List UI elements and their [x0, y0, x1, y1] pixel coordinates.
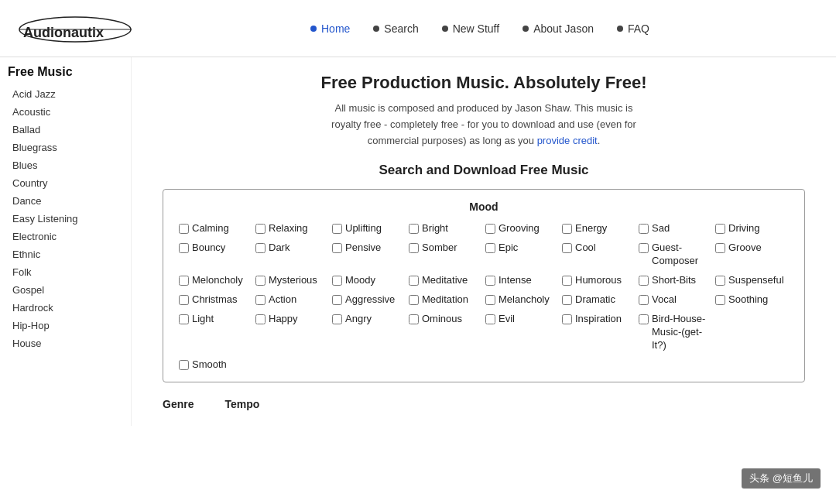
sidebar-link-hip-hop[interactable]: Hip-Hop: [8, 317, 131, 334]
nav-item-faq[interactable]: FAQ: [617, 22, 649, 35]
sidebar-link-ethnic[interactable]: Ethnic: [8, 245, 131, 263]
mood-label[interactable]: Dramatic: [575, 293, 615, 307]
sidebar-link-hardrock[interactable]: Hardrock: [8, 299, 131, 317]
mood-checkbox-meditative[interactable]: [409, 276, 419, 286]
provide-credit-link[interactable]: provide credit: [537, 135, 598, 146]
mood-label[interactable]: Vocal: [652, 293, 677, 307]
sidebar-link-country[interactable]: Country: [8, 174, 131, 192]
mood-checkbox-inspiration[interactable]: [562, 314, 572, 324]
mood-checkbox-epic[interactable]: [485, 243, 495, 253]
mood-label[interactable]: Aggressive: [345, 293, 395, 307]
mood-label[interactable]: Angry: [345, 313, 372, 326]
mood-checkbox-calming[interactable]: [179, 224, 189, 234]
mood-label[interactable]: Relaxing: [269, 222, 308, 235]
mood-checkbox-dark[interactable]: [255, 243, 266, 253]
mood-checkbox-dramatic[interactable]: [562, 295, 572, 305]
mood-label[interactable]: Meloncholy: [192, 274, 243, 287]
mood-label[interactable]: Epic: [499, 242, 518, 255]
sidebar-link-bluegrass[interactable]: Bluegrass: [8, 139, 131, 156]
sidebar-link-dance[interactable]: Dance: [8, 192, 131, 210]
mood-checkbox-bird-house-music--get-it--[interactable]: [639, 314, 649, 324]
sidebar-link-ballad[interactable]: Ballad: [8, 121, 131, 139]
mood-checkbox-relaxing[interactable]: [255, 224, 266, 234]
mood-checkbox-humorous[interactable]: [562, 276, 572, 286]
mood-label[interactable]: Short-Bits: [652, 274, 696, 287]
mood-label[interactable]: Grooving: [499, 222, 540, 235]
mood-checkbox-smooth[interactable]: [179, 360, 189, 370]
mood-label[interactable]: Soothing: [728, 293, 768, 307]
mood-label[interactable]: Suspenseful: [728, 274, 784, 287]
nav-item-home[interactable]: Home: [310, 22, 350, 35]
mood-checkbox-ominous[interactable]: [409, 314, 419, 324]
mood-label[interactable]: Humorous: [575, 274, 622, 287]
mood-label[interactable]: Intense: [499, 274, 532, 287]
mood-label[interactable]: Dark: [269, 242, 290, 255]
mood-checkbox-short-bits[interactable]: [639, 276, 649, 286]
mood-checkbox-driving[interactable]: [715, 224, 725, 234]
nav-item-search[interactable]: Search: [373, 22, 418, 35]
mood-label[interactable]: Christmas: [192, 293, 238, 307]
mood-label[interactable]: Smooth: [192, 358, 227, 372]
mood-label[interactable]: Bright: [422, 222, 448, 235]
mood-checkbox-angry[interactable]: [332, 314, 342, 324]
mood-checkbox-cool[interactable]: [562, 243, 572, 253]
mood-checkbox-christmas[interactable]: [179, 295, 189, 305]
mood-label[interactable]: Somber: [422, 242, 457, 255]
mood-checkbox-grooving[interactable]: [485, 224, 495, 234]
mood-label[interactable]: Sad: [652, 222, 670, 235]
mood-checkbox-bouncy[interactable]: [179, 243, 189, 253]
mood-checkbox-vocal[interactable]: [639, 295, 649, 305]
mood-checkbox-meloncholy[interactable]: [179, 276, 189, 286]
mood-checkbox-meditation[interactable]: [409, 295, 419, 305]
sidebar-link-blues[interactable]: Blues: [8, 156, 131, 174]
sidebar-link-easy-listening[interactable]: Easy Listening: [8, 210, 131, 228]
mood-label[interactable]: Moody: [345, 274, 375, 287]
mood-label[interactable]: Pensive: [345, 242, 381, 255]
mood-label[interactable]: Evil: [499, 313, 515, 326]
mood-checkbox-evil[interactable]: [485, 314, 495, 324]
mood-checkbox-intense[interactable]: [485, 276, 495, 286]
mood-checkbox-suspenseful[interactable]: [715, 276, 725, 286]
mood-checkbox-bright[interactable]: [409, 224, 419, 234]
mood-checkbox-melancholy[interactable]: [485, 295, 495, 305]
mood-label[interactable]: Inspiration: [575, 313, 622, 326]
mood-checkbox-action[interactable]: [255, 295, 266, 305]
mood-label[interactable]: Action: [269, 293, 296, 307]
mood-checkbox-pensive[interactable]: [332, 243, 342, 253]
sidebar-link-folk[interactable]: Folk: [8, 263, 131, 281]
mood-checkbox-mysterious[interactable]: [255, 276, 266, 286]
mood-label[interactable]: Bouncy: [192, 242, 225, 255]
sidebar-link-acoustic[interactable]: Acoustic: [8, 103, 131, 121]
mood-checkbox-somber[interactable]: [409, 243, 419, 253]
mood-label[interactable]: Uplifting: [345, 222, 382, 235]
mood-label[interactable]: Driving: [728, 222, 759, 235]
mood-label[interactable]: Mysterious: [269, 274, 317, 287]
mood-checkbox-happy[interactable]: [255, 314, 266, 324]
mood-label[interactable]: Guest-Composer: [652, 242, 712, 268]
mood-label[interactable]: Happy: [269, 313, 298, 326]
sidebar-link-acid-jazz[interactable]: Acid Jazz: [8, 85, 131, 103]
mood-label[interactable]: Bird-House-Music-(get-It?): [652, 313, 712, 352]
mood-label[interactable]: Meditation: [422, 293, 468, 307]
mood-checkbox-light[interactable]: [179, 314, 189, 324]
mood-checkbox-groove[interactable]: [715, 243, 725, 253]
mood-label[interactable]: Melancholy: [499, 293, 550, 307]
mood-checkbox-sad[interactable]: [639, 224, 649, 234]
mood-checkbox-moody[interactable]: [332, 276, 342, 286]
mood-checkbox-aggressive[interactable]: [332, 295, 342, 305]
mood-label[interactable]: Energy: [575, 222, 607, 235]
mood-checkbox-guest-composer[interactable]: [639, 243, 649, 253]
nav-item-about-jason[interactable]: About Jason: [522, 22, 594, 35]
mood-checkbox-energy[interactable]: [562, 224, 572, 234]
sidebar-link-gospel[interactable]: Gospel: [8, 281, 131, 299]
mood-label[interactable]: Ominous: [422, 313, 462, 326]
mood-label[interactable]: Light: [192, 313, 214, 326]
mood-label[interactable]: Groove: [728, 242, 762, 255]
sidebar-link-electronic[interactable]: Electronic: [8, 228, 131, 245]
mood-checkbox-uplifting[interactable]: [332, 224, 342, 234]
mood-label[interactable]: Cool: [575, 242, 596, 255]
mood-checkbox-soothing[interactable]: [715, 295, 725, 305]
mood-label[interactable]: Meditative: [422, 274, 468, 287]
sidebar-link-house[interactable]: House: [8, 334, 131, 352]
nav-item-new-stuff[interactable]: New Stuff: [442, 22, 499, 35]
